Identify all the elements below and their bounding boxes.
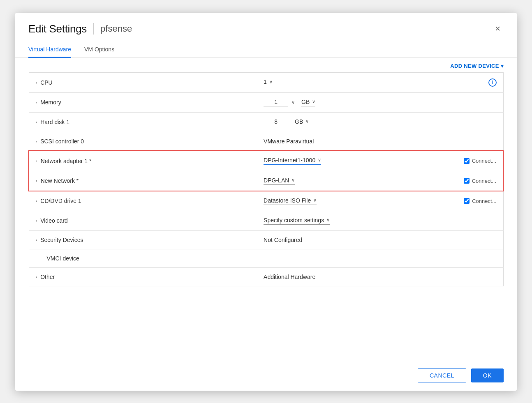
- vmci-device-action-cell: [413, 249, 503, 267]
- memory-controls: ∨ GB ∨: [264, 99, 406, 106]
- video-card-select[interactable]: Specify custom settings ∨: [264, 217, 330, 225]
- memory-dropdown-icon: ∨: [291, 100, 295, 105]
- video-card-action-cell: [413, 211, 503, 230]
- add-new-device-button[interactable]: ADD NEW DEVICE ▾: [450, 63, 504, 69]
- new-network-chevron-icon: ∨: [291, 177, 295, 183]
- scsi-label: › SCSI controller 0: [36, 138, 139, 145]
- settings-table: › CPU 1 ∨ i: [28, 72, 504, 286]
- hard-disk-controls: GB ∨: [264, 118, 406, 126]
- edit-settings-dialog: Edit Settings pfsense × Virtual Hardware…: [15, 13, 517, 391]
- hard-disk-label: › Hard disk 1: [36, 119, 139, 125]
- table-row: › Security Devices Not Configured: [29, 230, 503, 249]
- dialog-title: Edit Settings: [28, 23, 87, 35]
- new-network-action-cell: Connect...: [413, 171, 503, 191]
- cddvd-connect[interactable]: Connect...: [419, 198, 497, 204]
- dialog-header: Edit Settings pfsense ×: [15, 13, 517, 35]
- table-row: › Video card Specify custom settings ∨: [29, 211, 503, 230]
- hard-disk-expand-icon[interactable]: ›: [36, 120, 37, 124]
- memory-action-cell: [413, 92, 503, 112]
- table-row: › New Network * DPG-LAN ∨ Connect: [29, 171, 503, 191]
- table-row: › SCSI controller 0 VMware Paravirtual: [29, 132, 503, 151]
- cpu-info-icon[interactable]: i: [488, 78, 497, 87]
- network-adapter-1-label: › Network adapter 1 *: [36, 158, 139, 164]
- security-devices-value-cell: Not Configured: [257, 230, 413, 249]
- table-row: › Hard disk 1 GB ∨: [29, 112, 503, 132]
- cddvd-value-cell: Datastore ISO File ∨: [257, 191, 413, 211]
- new-network-connect[interactable]: Connect...: [419, 178, 496, 184]
- toolbar: ADD NEW DEVICE ▾: [15, 58, 517, 72]
- video-card-chevron-icon: ∨: [326, 217, 330, 223]
- new-network-select[interactable]: DPG-LAN ∨: [264, 177, 295, 185]
- cancel-button[interactable]: CANCEL: [418, 368, 466, 382]
- network-adapter-1-checkbox[interactable]: [464, 158, 470, 164]
- dialog-subtitle: pfsense: [100, 23, 132, 34]
- title-divider: [93, 23, 94, 35]
- cddvd-expand-icon[interactable]: ›: [36, 198, 37, 203]
- table-row: › Memory ∨ GB ∨: [29, 92, 503, 112]
- scsi-action-cell: [413, 132, 503, 151]
- settings-content: › CPU 1 ∨ i: [15, 72, 517, 360]
- new-network-value-cell: DPG-LAN ∨: [257, 171, 413, 191]
- new-network-checkbox[interactable]: [464, 178, 470, 184]
- memory-value-cell: ∨ GB ∨: [257, 92, 413, 112]
- security-devices-action-cell: [413, 230, 503, 249]
- cpu-action-cell: i: [413, 72, 503, 92]
- new-network-label: › New Network *: [36, 177, 139, 184]
- dialog-footer: CANCEL OK: [15, 360, 517, 391]
- add-new-device-label: ADD NEW DEVICE: [450, 63, 499, 69]
- security-devices-label: › Security Devices: [36, 237, 139, 243]
- video-card-value-cell: Specify custom settings ∨: [257, 211, 413, 230]
- table-row: › Network adapter 1 * DPG-Internet1-1000…: [29, 151, 503, 171]
- cddvd-checkbox[interactable]: [464, 198, 470, 204]
- tab-virtual-hardware[interactable]: Virtual Hardware: [28, 42, 71, 58]
- network-adapter-1-chevron-icon: ∨: [318, 157, 321, 163]
- memory-input[interactable]: [264, 99, 288, 106]
- other-action-cell: [413, 267, 503, 286]
- cpu-select[interactable]: 1 ∨: [264, 78, 273, 86]
- hard-disk-action-cell: [413, 112, 503, 132]
- vmci-device-label: VMCI device: [36, 255, 139, 262]
- hard-disk-value-cell: GB ∨: [257, 112, 413, 132]
- network-adapter-1-connect[interactable]: Connect...: [419, 158, 496, 164]
- other-expand-icon[interactable]: ›: [36, 274, 37, 279]
- table-row: › CD/DVD drive 1 Datastore ISO File ∨: [29, 191, 503, 211]
- cddvd-action-cell: Connect...: [413, 191, 503, 211]
- ok-button[interactable]: OK: [471, 368, 504, 382]
- memory-expand-icon[interactable]: ›: [36, 100, 37, 105]
- tab-bar: Virtual Hardware VM Options: [15, 42, 517, 58]
- video-card-label: › Video card: [36, 217, 139, 224]
- memory-label: › Memory: [36, 99, 139, 106]
- video-card-expand-icon[interactable]: ›: [36, 218, 37, 223]
- cpu-value-cell: 1 ∨: [257, 72, 413, 92]
- hard-disk-input[interactable]: [264, 118, 288, 126]
- tab-vm-options[interactable]: VM Options: [84, 42, 114, 58]
- other-label: › Other: [36, 274, 139, 280]
- network-adapter-1-value-cell: DPG-Internet1-1000 ∨: [257, 151, 413, 171]
- new-network-expand-icon[interactable]: ›: [36, 178, 37, 183]
- cpu-expand-icon[interactable]: ›: [36, 80, 37, 85]
- memory-unit-select[interactable]: GB ∨: [301, 99, 315, 106]
- cpu-select-chevron-icon: ∨: [269, 79, 273, 85]
- cpu-label: › CPU: [36, 79, 139, 86]
- scsi-value-cell: VMware Paravirtual: [257, 132, 413, 151]
- vmci-device-value-cell: [257, 249, 413, 267]
- network-adapter-1-action-cell: Connect...: [413, 151, 503, 171]
- scsi-expand-icon[interactable]: ›: [36, 139, 37, 144]
- add-new-device-chevron-icon: ▾: [501, 63, 504, 69]
- security-devices-expand-icon[interactable]: ›: [36, 237, 37, 242]
- cddvd-label: › CD/DVD drive 1: [36, 198, 139, 204]
- hard-disk-unit-chevron-icon: ∨: [305, 119, 309, 124]
- cddvd-chevron-icon: ∨: [313, 198, 317, 203]
- close-button[interactable]: ×: [492, 23, 504, 35]
- cddvd-select[interactable]: Datastore ISO File ∨: [264, 197, 317, 205]
- other-value-cell: Additional Hardware: [257, 267, 413, 286]
- network-adapter-1-select[interactable]: DPG-Internet1-1000 ∨: [264, 157, 321, 165]
- table-row: › CPU 1 ∨ i: [29, 72, 503, 92]
- network-adapter-1-expand-icon[interactable]: ›: [36, 159, 37, 164]
- table-row: › Other Additional Hardware: [29, 267, 503, 286]
- table-row: VMCI device: [29, 249, 503, 267]
- hard-disk-unit-select[interactable]: GB ∨: [295, 118, 309, 126]
- memory-unit-chevron-icon: ∨: [312, 99, 315, 104]
